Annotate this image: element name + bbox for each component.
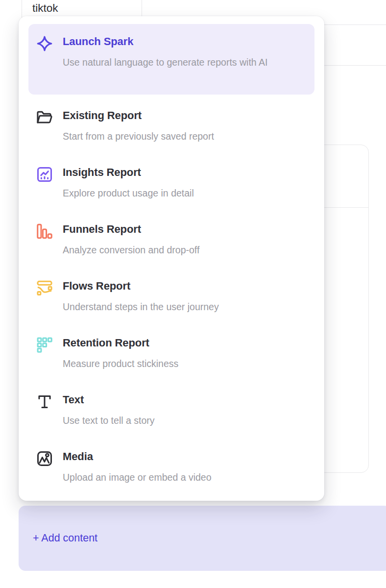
add-content-popover: Launch Spark Use natural language to gen… xyxy=(19,16,324,501)
menu-item-description: Start from a previously saved report xyxy=(63,129,214,144)
menu-item-description: Use natural language to generate reports… xyxy=(63,55,267,70)
media-image-icon xyxy=(36,450,53,467)
menu-item-media[interactable]: Media Upload an image or embed a video xyxy=(36,449,314,485)
menu-item-funnels-report[interactable]: Funnels Report Analyze conversion and dr… xyxy=(36,222,314,257)
menu-item-label: Funnels Report xyxy=(63,222,199,236)
menu-item-flows-report[interactable]: Flows Report Understand steps in the use… xyxy=(36,279,314,314)
menu-item-text[interactable]: Text Use text to tell a story xyxy=(36,392,314,428)
menu-item-description: Measure product stickiness xyxy=(63,356,178,371)
menu-item-label: Media xyxy=(63,449,212,464)
add-content-button[interactable]: + Add content xyxy=(19,506,386,571)
text-icon xyxy=(36,393,53,411)
menu-item-launch-spark[interactable]: Launch Spark Use natural language to gen… xyxy=(28,24,314,95)
funnel-bars-icon xyxy=(36,222,53,240)
menu-item-label: Launch Spark xyxy=(63,34,267,49)
insights-chart-icon xyxy=(36,166,53,183)
background-card-border-left xyxy=(22,0,22,18)
retention-grid-icon xyxy=(36,336,53,354)
flows-icon xyxy=(36,279,53,297)
menu-item-description: Understand steps in the user journey xyxy=(63,299,219,314)
menu-item-label: Insights Report xyxy=(63,165,194,179)
menu-item-description: Upload an image or embed a video xyxy=(63,470,212,485)
menu-item-label: Text xyxy=(63,392,155,407)
background-card-border-right xyxy=(142,0,142,18)
menu-item-existing-report[interactable]: Existing Report Start from a previously … xyxy=(36,108,314,144)
menu-item-description: Analyze conversion and drop-off xyxy=(63,243,199,257)
menu-item-label: Flows Report xyxy=(63,279,219,293)
menu-item-label: Existing Report xyxy=(63,108,214,122)
folder-icon xyxy=(36,109,53,126)
menu-item-insights-report[interactable]: Insights Report Explore product usage in… xyxy=(36,165,314,200)
menu-item-label: Retention Report xyxy=(63,336,178,350)
menu-item-description: Use text to tell a story xyxy=(63,413,155,428)
menu-item-description: Explore product usage in detail xyxy=(63,186,194,200)
background-card-title: tiktok xyxy=(32,2,58,15)
menu-item-retention-report[interactable]: Retention Report Measure product stickin… xyxy=(36,336,314,371)
add-content-label: + Add content xyxy=(33,532,97,544)
spark-icon xyxy=(36,35,53,52)
